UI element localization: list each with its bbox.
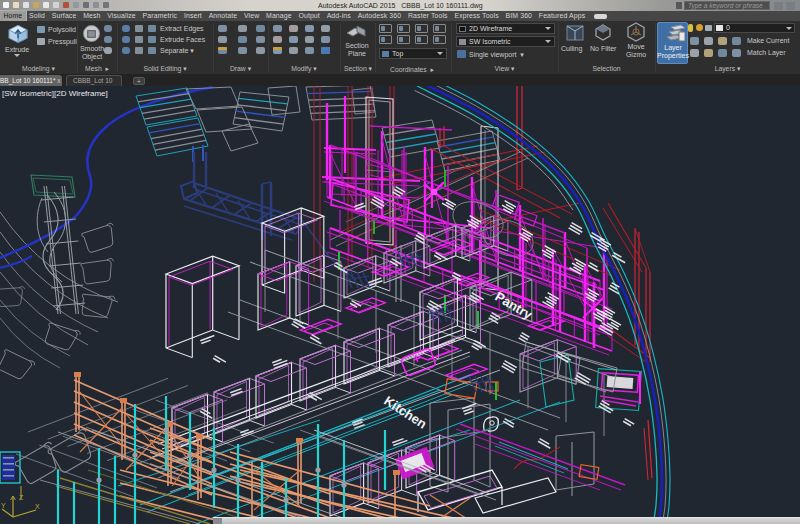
svg-text:Y: Y	[1, 502, 6, 509]
svg-text:X: X	[35, 503, 40, 510]
svg-text:[SW Isometric][2D Wireframe]: [SW Isometric][2D Wireframe]	[2, 89, 108, 98]
